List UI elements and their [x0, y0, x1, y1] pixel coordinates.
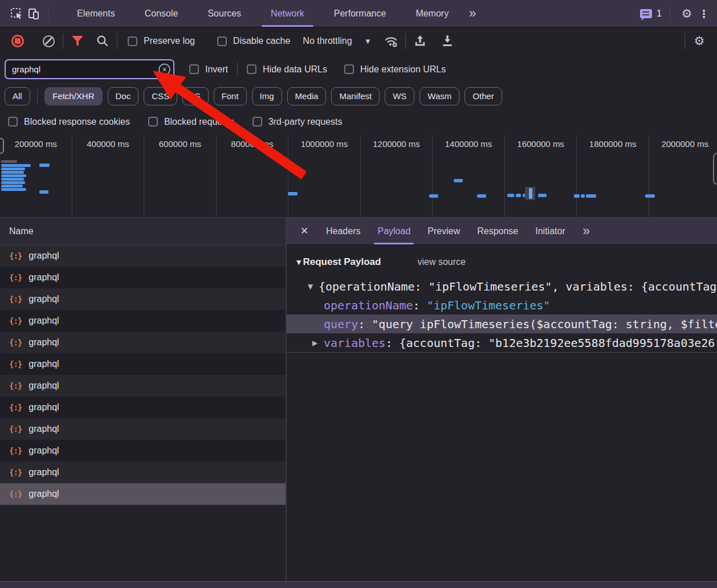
payload-line[interactable]: operationName: "ipFlowTimeseries" — [287, 296, 717, 315]
tab-payload[interactable]: Payload — [369, 218, 419, 245]
close-icon[interactable]: ✕ — [296, 223, 313, 240]
filter-checkbox-item[interactable]: 3rd-party requests — [252, 117, 343, 127]
request-bar[interactable] — [1, 174, 26, 177]
more-detail-tabs-icon[interactable]: » — [577, 223, 594, 240]
table-row[interactable]: {:}graphql — [0, 483, 286, 505]
checkbox[interactable] — [8, 117, 18, 126]
request-bar[interactable] — [1, 181, 25, 184]
table-row[interactable]: {:}graphql — [0, 397, 286, 418]
tab-elements[interactable]: Elements — [62, 0, 130, 27]
table-row[interactable]: {:}graphql — [0, 267, 286, 288]
filter-checkbox-item[interactable]: Blocked response cookies — [8, 117, 130, 127]
record-network-log-icon[interactable] — [9, 32, 26, 50]
hide-data-urls-checkbox-item[interactable]: Hide data URLs — [247, 64, 327, 75]
clear-network-log-icon[interactable] — [40, 32, 57, 50]
filter-funnel-icon[interactable] — [69, 32, 86, 50]
tab-console[interactable]: Console — [130, 0, 193, 27]
inspect-element-icon[interactable] — [8, 5, 25, 22]
network-filter-input[interactable] — [5, 59, 174, 79]
request-bar[interactable] — [1, 168, 25, 170]
table-row[interactable]: {:}graphql — [0, 353, 286, 375]
request-payload-section[interactable]: ▼ Request Payload view source — [287, 252, 717, 272]
menu-kebab-icon[interactable]: ⋮ — [695, 5, 712, 22]
table-row[interactable]: {:}graphql — [0, 288, 286, 310]
table-row[interactable]: {:}graphql — [0, 440, 286, 462]
checkbox[interactable] — [189, 64, 199, 74]
tab-initiator[interactable]: Initiator — [527, 218, 573, 245]
disable-cache-checkbox-item[interactable]: Disable cache — [217, 36, 291, 46]
table-row[interactable]: {:}graphql — [0, 332, 286, 353]
table-row[interactable]: {:}graphql — [0, 418, 286, 440]
table-row[interactable]: {:}graphql — [0, 310, 286, 332]
checkbox[interactable] — [344, 64, 354, 74]
pill-js[interactable]: JS — [182, 87, 209, 105]
table-row[interactable]: {:}graphql — [0, 375, 286, 397]
tab-performance[interactable]: Performance — [319, 0, 401, 27]
request-bar[interactable] — [1, 185, 23, 187]
import-har-icon[interactable] — [412, 32, 429, 50]
settings-gear-icon[interactable]: ⚙ — [678, 5, 695, 22]
timeline-scrollbar[interactable] — [713, 153, 717, 185]
overview-timeline[interactable]: 200000 ms400000 ms600000 ms800000 ms1000… — [0, 134, 717, 218]
view-source-link[interactable]: view source — [417, 257, 465, 267]
payload-line[interactable]: ▼{operationName: "ipFlowTimeseries", var… — [287, 277, 717, 296]
request-bar[interactable] — [429, 194, 438, 198]
clear-filter-icon[interactable]: ✕ — [158, 63, 170, 75]
payload-line[interactable]: ▶variables: {accountTag: "b12e3b2192ee55… — [287, 333, 717, 352]
preserve-log-checkbox-item[interactable]: Preserve log — [128, 36, 195, 46]
request-bar[interactable] — [1, 164, 31, 167]
device-toolbar-icon[interactable] — [25, 5, 42, 22]
export-har-icon[interactable] — [439, 32, 456, 50]
request-bar[interactable] — [574, 194, 580, 198]
pill-ws[interactable]: WS — [385, 87, 414, 105]
pill-img[interactable]: Img — [252, 87, 282, 105]
pill-manifest[interactable]: Manifest — [331, 87, 380, 105]
pill-css[interactable]: CSS — [144, 87, 177, 105]
search-icon[interactable] — [94, 32, 111, 50]
request-bar[interactable] — [477, 194, 486, 198]
tab-preview[interactable]: Preview — [419, 218, 469, 245]
request-bar[interactable] — [538, 194, 547, 197]
pill-other[interactable]: Other — [465, 87, 502, 105]
request-bar[interactable] — [39, 190, 48, 194]
request-bar[interactable] — [1, 178, 24, 181]
request-bar[interactable] — [581, 194, 585, 198]
pill-fetch-xhr[interactable]: Fetch/XHR — [44, 87, 102, 105]
throttling-select[interactable]: No throttling ▼ — [303, 36, 370, 46]
network-conditions-icon[interactable] — [382, 32, 400, 50]
network-settings-gear-icon[interactable]: ⚙ — [691, 32, 708, 50]
request-bar[interactable] — [516, 194, 521, 197]
timeline-left-grip[interactable] — [0, 138, 4, 154]
table-row[interactable]: {:}graphql — [0, 245, 286, 267]
request-bar[interactable] — [288, 192, 298, 195]
payload-line[interactable]: query: "query ipFlowTimeseries($accountT… — [287, 315, 717, 333]
request-bar[interactable] — [454, 179, 463, 182]
tab-memory[interactable]: Memory — [401, 0, 463, 27]
expander-collapsed-icon[interactable]: ▶ — [312, 339, 317, 347]
pill-all[interactable]: All — [5, 87, 30, 105]
pill-media[interactable]: Media — [287, 87, 327, 105]
checkbox[interactable] — [148, 117, 158, 126]
tab-headers[interactable]: Headers — [317, 218, 369, 245]
request-bar[interactable] — [1, 188, 26, 191]
pill-doc[interactable]: Doc — [108, 87, 139, 105]
request-bar[interactable] — [507, 194, 514, 197]
tab-network[interactable]: Network — [256, 0, 319, 27]
request-bar[interactable] — [645, 194, 655, 198]
invert-checkbox-item[interactable]: Invert — [189, 64, 228, 75]
more-panels-icon[interactable]: » — [463, 5, 480, 22]
tab-response[interactable]: Response — [469, 218, 527, 245]
request-bar[interactable] — [1, 160, 17, 163]
checkbox[interactable] — [217, 36, 227, 46]
table-row[interactable]: {:}graphql — [0, 462, 286, 483]
tab-sources[interactable]: Sources — [193, 0, 256, 27]
request-bar[interactable] — [1, 171, 24, 174]
pill-wasm[interactable]: Wasm — [419, 87, 459, 105]
checkbox[interactable] — [128, 36, 137, 46]
request-bar[interactable] — [39, 164, 50, 167]
hide-extension-urls-checkbox-item[interactable]: Hide extension URLs — [344, 64, 446, 75]
checkbox[interactable] — [247, 64, 256, 74]
expander-expanded-icon[interactable]: ▼ — [308, 283, 313, 291]
issues-counter[interactable]: 1 — [640, 9, 662, 19]
filter-checkbox-item[interactable]: Blocked requests — [148, 117, 234, 127]
